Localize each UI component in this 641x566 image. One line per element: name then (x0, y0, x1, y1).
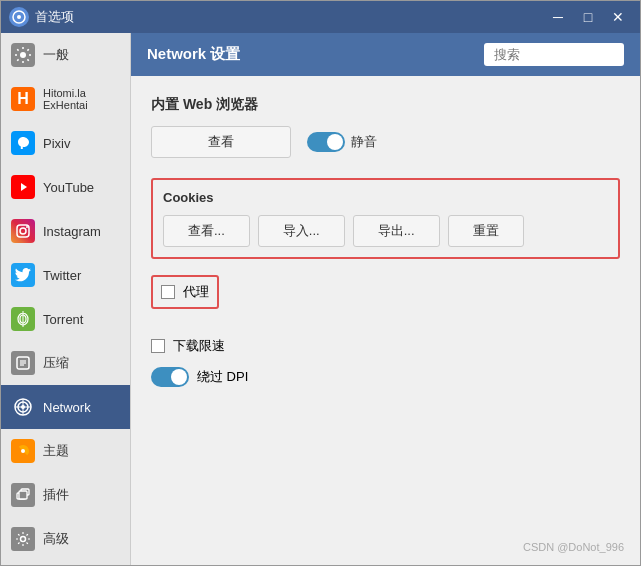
sidebar-label-compress: 压缩 (43, 354, 69, 372)
sidebar-item-compress[interactable]: 压缩 (1, 341, 130, 385)
proxy-row: 代理 (151, 275, 219, 309)
bypass-dpi-row: 绕过 DPI (151, 367, 620, 387)
instagram-icon (11, 219, 35, 243)
main-content: 内置 Web 浏览器 查看 静音 Cookies 查看... 导入.. (131, 76, 640, 419)
cookies-export-button[interactable]: 导出... (353, 215, 440, 247)
svg-rect-23 (19, 491, 27, 499)
sidebar-label-advanced: 高级 (43, 530, 69, 548)
titlebar: 首选项 ─ □ ✕ (1, 1, 640, 33)
browser-section-title: 内置 Web 浏览器 (151, 96, 620, 114)
svg-point-2 (20, 52, 26, 58)
search-input[interactable] (484, 43, 624, 66)
sidebar-label-network: Network (43, 400, 91, 415)
sidebar-item-twitter[interactable]: Twitter (1, 253, 130, 297)
sidebar-label-general: 一般 (43, 46, 69, 64)
download-limit-label: 下载限速 (173, 337, 225, 355)
sidebar-label-torrent: Torrent (43, 312, 83, 327)
sidebar-label-pixiv: Pixiv (43, 136, 70, 151)
sidebar-item-theme[interactable]: 主题 (1, 429, 130, 473)
svg-point-6 (20, 228, 26, 234)
maximize-button[interactable]: □ (574, 5, 602, 29)
advanced-icon (11, 527, 35, 551)
sidebar-item-network[interactable]: Network (1, 385, 130, 429)
compress-icon (11, 351, 35, 375)
sidebar-item-advanced[interactable]: 高级 (1, 517, 130, 561)
sidebar-label-youtube: YouTube (43, 180, 94, 195)
main-content-wrapper: 内置 Web 浏览器 查看 静音 Cookies 查看... 导入.. (131, 76, 640, 565)
mute-toggle-row: 静音 (307, 132, 377, 152)
main-header: Network 设置 (131, 33, 640, 76)
watermark: CSDN @DoNot_996 (523, 541, 624, 553)
close-button[interactable]: ✕ (604, 5, 632, 29)
page-title: Network 设置 (147, 45, 240, 64)
sidebar-label-hitomi: Hitomi.la ExHentai (43, 87, 88, 111)
app-icon (9, 7, 29, 27)
network-icon (11, 395, 35, 419)
content-area: 一般 H Hitomi.la ExHentai Pixiv (1, 33, 640, 565)
main-panel: Network 设置 内置 Web 浏览器 查看 静音 (131, 33, 640, 565)
svg-point-1 (17, 15, 21, 19)
cookies-view-button[interactable]: 查看... (163, 215, 250, 247)
window-title: 首选项 (35, 8, 544, 26)
sidebar: 一般 H Hitomi.la ExHentai Pixiv (1, 33, 131, 565)
svg-point-20 (21, 449, 25, 453)
proxy-section: 代理 (151, 275, 620, 323)
browser-view-button[interactable]: 查看 (151, 126, 291, 158)
cookies-import-button[interactable]: 导入... (258, 215, 345, 247)
torrent-icon (11, 307, 35, 331)
twitter-icon (11, 263, 35, 287)
sidebar-item-youtube[interactable]: YouTube (1, 165, 130, 209)
mute-toggle[interactable] (307, 132, 345, 152)
sidebar-item-general[interactable]: 一般 (1, 33, 130, 77)
hitomi-icon: H (11, 87, 35, 111)
plugin-icon (11, 483, 35, 507)
bypass-dpi-label: 绕过 DPI (197, 368, 248, 386)
bypass-dpi-toggle[interactable] (151, 367, 189, 387)
minimize-button[interactable]: ─ (544, 5, 572, 29)
sidebar-label-plugin: 插件 (43, 486, 69, 504)
cookies-title: Cookies (163, 190, 608, 205)
theme-icon (11, 439, 35, 463)
browser-row: 查看 静音 (151, 126, 620, 158)
proxy-label: 代理 (183, 283, 209, 301)
sidebar-item-torrent[interactable]: Torrent (1, 297, 130, 341)
youtube-icon (11, 175, 35, 199)
sidebar-label-twitter: Twitter (43, 268, 81, 283)
sidebar-label-instagram: Instagram (43, 224, 101, 239)
cookies-reset-button[interactable]: 重置 (448, 215, 524, 247)
download-limit-checkbox[interactable] (151, 339, 165, 353)
sidebar-item-pixiv[interactable]: Pixiv (1, 121, 130, 165)
cookies-buttons: 查看... 导入... 导出... 重置 (163, 215, 608, 247)
download-limit-row: 下载限速 (151, 337, 620, 355)
general-icon (11, 43, 35, 67)
mute-label: 静音 (351, 133, 377, 151)
sidebar-item-instagram[interactable]: Instagram (1, 209, 130, 253)
svg-point-24 (21, 537, 26, 542)
sidebar-item-plugin[interactable]: 插件 (1, 473, 130, 517)
cookies-section: Cookies 查看... 导入... 导出... 重置 (151, 178, 620, 259)
sidebar-item-hitomi[interactable]: H Hitomi.la ExHentai (1, 77, 130, 121)
sidebar-label-theme: 主题 (43, 442, 69, 460)
svg-point-7 (26, 226, 28, 228)
proxy-checkbox[interactable] (161, 285, 175, 299)
window: 首选项 ─ □ ✕ 一般 H Hitomi.la ExHe (0, 0, 641, 566)
window-controls: ─ □ ✕ (544, 5, 632, 29)
pixiv-icon (11, 131, 35, 155)
